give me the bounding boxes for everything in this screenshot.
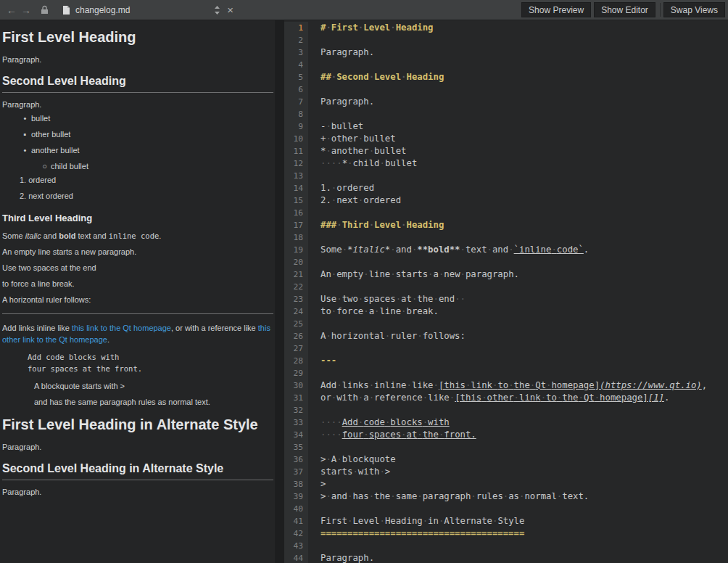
editor-line-text: to·force·a·line·break. (308, 305, 439, 318)
whitespace-dot: · (336, 454, 342, 464)
preview-ordered-item: 1. ordered (2, 174, 273, 186)
editor-line[interactable]: 34····four·spaces·at·the·front. (284, 429, 728, 441)
editor-line[interactable]: 23Use·two·spaces·at·the·end·· (284, 293, 728, 305)
editor-line[interactable]: 5##·Second·Level·Heading (284, 71, 728, 83)
markdown-editor-pane[interactable]: 1#·First·Level·Heading23Paragraph.45##·S… (284, 20, 728, 563)
editor-line[interactable]: 10+·other·bullet (284, 133, 728, 145)
preview-text-span: , or with a reference like (171, 324, 258, 332)
editor-line[interactable]: 11*·another·bullet (284, 145, 728, 157)
disc-bullet-icon: • (22, 112, 28, 124)
preview-paragraph: A horizontal ruler follows: (2, 294, 273, 305)
editor-line[interactable]: 7Paragraph. (284, 96, 728, 108)
editor-line-text (308, 256, 320, 268)
preview-text-span: bold (59, 231, 75, 240)
swap-views-button[interactable]: Swap Views (663, 2, 725, 17)
bullet-text: bullet (31, 112, 50, 124)
preview-text-span: Some (2, 231, 25, 240)
preview-scrollbar[interactable] (275, 20, 284, 563)
preview-bullet-item: ▪other bullet (2, 128, 273, 140)
preview-link[interactable]: this link to the Qt homepage (72, 324, 171, 332)
preview-bullet-item: •bullet (2, 112, 273, 124)
editor-line[interactable]: 24to·force·a·line·break. (284, 305, 728, 318)
editor-line[interactable]: 30Add·links·inline·like·[this·link·to·th… (284, 379, 728, 392)
whitespace-dot: · (347, 516, 352, 526)
editor-line[interactable]: 31or·with·a·reference·like·[this·other·l… (284, 392, 728, 404)
editor-line[interactable]: 35 (284, 441, 728, 453)
editor-line[interactable]: 18 (284, 231, 728, 244)
editor-line[interactable]: 3Paragraph. (284, 46, 728, 59)
line-number: 30 (284, 379, 308, 392)
editor-line[interactable]: 43 (284, 540, 728, 552)
editor-line[interactable]: 12····*·child·bullet (284, 157, 728, 170)
editor-line[interactable]: 39>·and·has·the·same·paragraph·rules·as·… (284, 490, 728, 503)
document-tab[interactable]: changelog.md × (62, 4, 233, 15)
editor-line[interactable]: 17###·Third·Level·Heading (284, 219, 728, 231)
editor-line[interactable]: 152.·next·ordered (284, 194, 728, 207)
whitespace-dot: · (434, 380, 439, 390)
close-document-icon[interactable]: × (227, 4, 233, 15)
editor-line[interactable]: 27 (284, 342, 728, 355)
line-number: 17 (284, 219, 308, 231)
document-dropdown-icon[interactable] (214, 5, 220, 15)
editor-line[interactable]: 44Paragraph. (284, 552, 728, 563)
show-preview-button[interactable]: Show Preview (521, 2, 591, 17)
editor-line[interactable]: 4 (284, 59, 728, 71)
editor-line-text (308, 342, 320, 355)
editor-line[interactable]: 16 (284, 207, 728, 219)
whitespace-dot: · (336, 294, 342, 304)
editor-line[interactable]: 38> (284, 478, 728, 490)
editor-line[interactable]: 33····Add·code·blocks·with (284, 416, 728, 429)
editor-line[interactable]: 6 (284, 83, 728, 96)
editor-line[interactable]: 21An·empty·line·starts·a·new·paragraph. (284, 268, 728, 281)
editor-line-text (308, 441, 320, 453)
preview-blockquote: A blockquote starts with >and has the sa… (34, 380, 273, 408)
line-number: 26 (284, 330, 308, 342)
back-arrow-icon[interactable]: ← (4, 4, 19, 16)
editor-line[interactable]: 26A·horizontal·ruler·follows: (284, 330, 728, 342)
editor-line[interactable]: 32 (284, 404, 728, 416)
editor-line-text: First·Level·Heading·in·Alternate·Style (308, 515, 524, 527)
editor-line[interactable]: 40 (284, 503, 728, 515)
editor-line[interactable]: 42====================================== (284, 527, 728, 540)
line-number: 28 (284, 355, 308, 367)
editor-line[interactable]: 9-·bullet (284, 120, 728, 133)
editor-line[interactable]: 8 (284, 108, 728, 120)
editor-line[interactable]: 2 (284, 34, 728, 46)
editor-line[interactable]: 25 (284, 318, 728, 330)
whitespace-dot: · (551, 244, 556, 255)
forward-arrow-icon[interactable]: → (19, 4, 33, 16)
editor-line-text: 2.·next·ordered (308, 194, 401, 207)
editor-line[interactable]: 19Some·*italic*·and·**bold**·text·and·`i… (284, 244, 728, 256)
editor-line[interactable]: 29 (284, 367, 728, 379)
editor-line[interactable]: 1#·First·Level·Heading (284, 22, 728, 34)
editor-line-text: ····*·child·bullet (308, 157, 417, 170)
editor-line-text (308, 59, 320, 71)
circle-bullet-icon: ○ (41, 160, 48, 172)
whitespace-dot: · (460, 269, 466, 279)
editor-line[interactable]: 41First·Level·Heading·in·Alternate·Style (284, 515, 728, 527)
whitespace-dot: · (363, 269, 368, 279)
whitespace-dot: · (336, 380, 342, 390)
editor-line[interactable]: 22 (284, 281, 728, 293)
editor-line[interactable]: 28--- (284, 355, 728, 367)
line-number: 31 (284, 392, 308, 404)
whitespace-dot: · (423, 393, 428, 403)
whitespace-dot: · (326, 454, 331, 464)
editor-line[interactable]: 37starts·with·> (284, 466, 728, 478)
preview-heading-h3: Third Level Heading (2, 212, 273, 224)
preview-paragraph: Paragraph. (2, 486, 273, 498)
line-number: 25 (284, 318, 308, 330)
editor-line-text (308, 108, 320, 120)
editor-line[interactable]: 13 (284, 170, 728, 182)
show-editor-button[interactable]: Show Editor (594, 2, 655, 17)
editor-line[interactable]: 20 (284, 256, 728, 268)
whitespace-dot: · (466, 380, 471, 390)
line-number: 44 (284, 552, 308, 563)
editor-line[interactable]: 36>·A·blockquote (284, 453, 728, 466)
editor-line-text: starts·with·> (308, 466, 390, 478)
line-number: 12 (284, 157, 308, 170)
whitespace-dot: · (326, 491, 331, 501)
code-block-line: Add code blocks with (28, 351, 273, 363)
editor-line[interactable]: 141.·ordered (284, 182, 728, 194)
line-number: 10 (284, 133, 308, 145)
